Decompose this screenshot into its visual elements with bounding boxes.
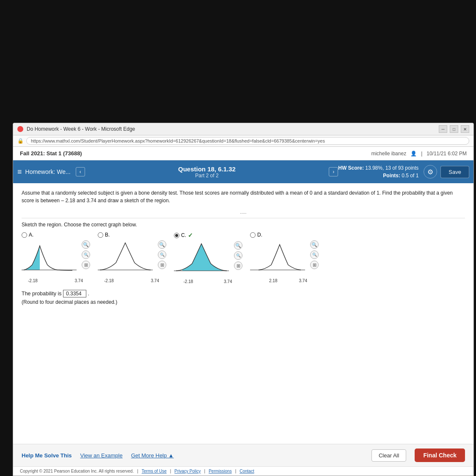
round-note: (Round to four decimal places as needed.… — [22, 299, 465, 305]
hw-score-label: HW Score: — [338, 165, 364, 171]
expand-dots[interactable]: ..... — [22, 209, 465, 215]
radio-b[interactable] — [98, 232, 103, 238]
datetime: 10/11/21 6:02 PM — [426, 151, 467, 157]
graph-option-b: B. 🔍 🔍 ⊞ — [98, 232, 165, 283]
radio-a[interactable] — [22, 232, 27, 238]
username: michelle ibanez — [371, 151, 406, 157]
contact-link[interactable]: Contact — [239, 469, 254, 473]
separator-1: | — [137, 469, 138, 473]
period: . — [88, 291, 89, 297]
probability-label: The probability is — [22, 291, 62, 297]
question-sub: 6.1.32 — [218, 165, 236, 173]
option-a-label: A. — [29, 232, 33, 238]
address-bar: 🔒 — [13, 135, 473, 147]
lock-icon: 🔒 — [17, 138, 24, 144]
graph-labels-b: -2.18 3.74 — [104, 278, 159, 283]
graph-options: A. 🔍 🔍 ⊞ — [22, 232, 465, 284]
x-right-b: 3.74 — [151, 278, 159, 283]
graph-option-d: D. 🔍 🔍 ⊞ — [250, 232, 318, 283]
graph-box-d: 🔍 🔍 ⊞ — [250, 239, 318, 283]
graph-svg-a — [22, 239, 89, 278]
question-text: Assume that a randomly selected subject … — [22, 189, 465, 204]
browser-window: Do Homework - Week 6 - Work - Microsoft … — [13, 123, 474, 476]
graph-labels-c: -2.18 3.74 — [184, 279, 232, 284]
help-link[interactable]: Help Me Solve This — [22, 452, 72, 459]
x-left-c: -2.18 — [184, 279, 193, 284]
graph-option-a: A. 🔍 🔍 ⊞ — [22, 232, 89, 283]
separator-4: | — [235, 469, 237, 473]
separator-2: | — [170, 469, 171, 473]
browser-title: Do Homework - Week 6 - Work - Microsoft … — [27, 126, 135, 132]
example-link[interactable]: View an Example — [80, 452, 122, 459]
footer-bar: Help Me Solve This View an Example Get M… — [13, 444, 473, 466]
minimize-button[interactable]: ─ — [439, 125, 447, 133]
option-c-label: C. — [181, 232, 186, 238]
site-header: Fall 2021: Stat 1 (73688) michelle ibane… — [13, 147, 473, 160]
graph-svg-b — [98, 239, 165, 278]
graph-box-c: 🔍 🔍 ⊞ — [174, 240, 242, 284]
probability-row: The probability is 0.3354 . — [22, 290, 465, 297]
x-left-a: -2.18 — [28, 278, 38, 283]
copyright-bar: Copyright © 2021 Pearson Education Inc. … — [13, 466, 473, 476]
browser-favicon — [17, 126, 23, 132]
hw-score-value: 13.98%, 13 of 93 points — [365, 165, 418, 171]
user-icon: 👤 — [410, 151, 417, 157]
privacy-link[interactable]: Privacy Policy — [174, 469, 201, 473]
homework-title: Homework: We... — [25, 168, 71, 175]
main-content: Assume that a randomly selected subject … — [13, 183, 473, 444]
radio-c[interactable] — [174, 233, 179, 238]
points-label: Points: — [383, 173, 400, 179]
x-left-b: -2.18 — [104, 278, 114, 283]
checkmark-c: ✓ — [188, 232, 193, 239]
graph-labels-a: -2.18 3.74 — [28, 278, 83, 283]
question-info: Question 18, 6.1.32 Part 2 of 2 — [85, 165, 329, 179]
next-question-button[interactable]: › — [329, 167, 338, 176]
title-bar: Do Homework - Week 6 - Work - Microsoft … — [13, 123, 473, 135]
close-button[interactable]: ✕ — [461, 125, 469, 133]
copyright-text: Copyright © 2021 Pearson Education Inc. … — [20, 469, 134, 473]
score-display: HW Score: 13.98%, 13 of 93 points Points… — [338, 164, 418, 179]
graph-svg-c — [174, 240, 242, 278]
probability-input[interactable]: 0.3354 — [63, 290, 86, 297]
save-button[interactable]: Save — [440, 166, 469, 178]
separator-3: | — [204, 469, 206, 473]
permissions-link[interactable]: Permissions — [209, 469, 231, 473]
hw-nav-menu: ≡ Homework: We... — [17, 168, 71, 176]
x-right-a: 3.74 — [75, 278, 83, 283]
svg-rect-5 — [286, 239, 305, 273]
terms-link[interactable]: Terms of Use — [142, 469, 167, 473]
separator: | — [421, 151, 422, 157]
settings-button[interactable]: ⚙ — [424, 165, 437, 179]
part-label: Part 2 of 2 — [85, 173, 329, 179]
question-label: Question 18, — [178, 165, 216, 173]
maximize-button[interactable]: □ — [450, 125, 458, 133]
prev-question-button[interactable]: ‹ — [76, 167, 85, 176]
graph-svg-d — [250, 239, 318, 278]
more-help-link[interactable]: Get More Help ▲ — [131, 452, 174, 459]
x-left-d: 2.18 — [269, 278, 277, 283]
graph-option-c: C. ✓ 🔍 🔍 ⊞ — [174, 232, 242, 284]
option-d-label: D. — [257, 232, 262, 238]
hamburger-icon[interactable]: ≡ — [17, 168, 22, 176]
course-title: Fall 2021: Stat 1 (73688) — [20, 150, 82, 157]
clear-all-button[interactable]: Clear All — [371, 449, 406, 462]
url-input[interactable] — [26, 137, 469, 145]
radio-d[interactable] — [250, 232, 256, 238]
hw-nav-bar: ≡ Homework: We... ‹ Question 18, 6.1.32 … — [13, 160, 473, 183]
graph-labels-d: 2.18 3.74 — [269, 278, 307, 283]
graph-box-a: 🔍 🔍 ⊞ — [22, 239, 89, 283]
x-right-c: 3.74 — [224, 279, 232, 284]
final-check-button[interactable]: Final Check — [415, 448, 465, 462]
sketch-label: Sketch the region. Choose the correct gr… — [22, 222, 465, 228]
graph-box-b: 🔍 🔍 ⊞ -2.18 3.74 — [98, 239, 165, 283]
points-value: 0.5 of 1 — [402, 173, 418, 179]
option-b-label: B. — [105, 232, 110, 238]
x-right-d: 3.74 — [299, 278, 307, 283]
